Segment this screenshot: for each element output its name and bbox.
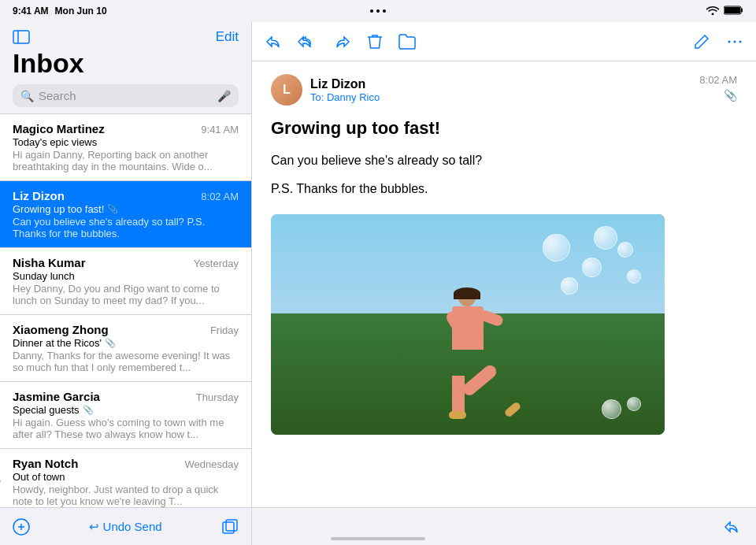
mail-item-1[interactable]: Magico Martinez 9:41 AM Today's epic vie… — [0, 113, 251, 181]
email-sender-info: L Liz Dizon To: Danny Rico — [271, 74, 380, 106]
mail-preview: Howdy, neighbor. Just wanted to drop a q… — [13, 484, 239, 507]
undo-send-label: ↩ Undo Send — [89, 520, 161, 534]
bubble-8 — [602, 399, 621, 419]
email-toolbar — [252, 22, 756, 61]
svg-rect-2 — [724, 7, 740, 13]
attachment-indicator: 📎 — [105, 338, 116, 348]
email-body: Can you believe she's already so tall? P… — [271, 151, 737, 198]
folder-button[interactable] — [398, 34, 416, 50]
thread-indicator: ↗ — [0, 476, 2, 488]
edit-button[interactable]: Edit — [216, 29, 239, 45]
mail-list-top-bar: Edit — [13, 28, 239, 46]
mail-item-5[interactable]: Jasmine Garcia Thursday Special guests📎 … — [0, 382, 251, 449]
mail-item-3[interactable]: Nisha Kumar Yesterday Sunday lunch Hey D… — [0, 248, 251, 315]
mail-subject: Growing up too fast!📎 — [13, 203, 239, 215]
svg-rect-1 — [741, 8, 743, 12]
status-dot-3 — [383, 9, 386, 13]
mail-preview: Hi again Danny, Reporting back on anothe… — [13, 149, 239, 172]
girl-figure — [436, 289, 499, 415]
toolbar-icons-left — [265, 33, 416, 50]
mail-time: Wednesday — [185, 458, 239, 470]
mail-subject: Out of town — [13, 471, 239, 483]
mail-preview: Danny, Thanks for the awesome evening! I… — [13, 350, 239, 373]
email-detail-toolbar-bottom — [252, 507, 756, 545]
mic-icon: 🎤 — [217, 90, 231, 102]
bubble-6 — [561, 277, 578, 295]
mail-time: 9:41 AM — [201, 124, 239, 135]
wifi-icon — [706, 6, 719, 17]
forward-button[interactable] — [334, 33, 351, 50]
search-placeholder: Search — [39, 89, 213, 102]
stack-button[interactable] — [221, 518, 239, 536]
mail-preview: Can you believe she's already so tall? P… — [13, 216, 239, 239]
mail-item-6[interactable]: ↗ Ryan Notch Wednesday Out of town Howdy… — [0, 449, 251, 507]
trash-button[interactable] — [367, 33, 383, 50]
email-subject: Growing up too fast! — [271, 118, 737, 139]
email-image — [271, 214, 665, 435]
email-to[interactable]: To: Danny Rico — [310, 91, 380, 103]
bubble-3 — [582, 258, 602, 277]
mail-sender: Ryan Notch — [13, 457, 78, 470]
mail-time: Yesterday — [194, 258, 239, 269]
search-bar[interactable]: 🔍 Search 🎤 — [13, 84, 239, 107]
mail-list-panel: Edit Inbox 🔍 Search 🎤 Magico Martinez 9:… — [0, 22, 252, 545]
mail-subject: Special guests📎 — [13, 404, 239, 416]
inbox-title: Inbox — [13, 49, 239, 78]
reply-bottom-button[interactable] — [723, 518, 740, 536]
email-detail-panel: L Liz Dizon To: Danny Rico 8:02 AM 📎 Gro… — [252, 22, 756, 545]
sidebar-toggle-button[interactable] — [13, 28, 35, 46]
attachment-icon: 📎 — [724, 89, 737, 102]
svg-point-12 — [739, 40, 742, 43]
mail-time: Thursday — [196, 391, 239, 403]
attachment-indicator: 📎 — [107, 204, 118, 214]
compose-button[interactable] — [693, 33, 710, 50]
bubble-4 — [627, 269, 641, 284]
sidebar-icon — [13, 30, 30, 44]
status-bar: 9:41 AM Mon Jun 10 — [0, 0, 756, 22]
mail-item-row1: Ryan Notch Wednesday — [13, 457, 239, 470]
toolbar-icons-right — [693, 33, 743, 50]
mail-item-row1: Xiaomeng Zhong Friday — [13, 323, 239, 336]
mail-item-row1: Nisha Kumar Yesterday — [13, 256, 239, 269]
email-from-name: Liz Dizon — [310, 77, 380, 91]
mail-item-4[interactable]: Xiaomeng Zhong Friday Dinner at the Rico… — [0, 315, 251, 382]
mail-preview: Hi again. Guess who's coming to town wit… — [13, 417, 239, 440]
email-time: 8:02 AM — [699, 74, 737, 86]
reply-button[interactable] — [265, 33, 282, 50]
email-meta-right: 8:02 AM 📎 — [699, 74, 737, 102]
status-date: Mon Jun 10 — [55, 6, 107, 17]
mail-sender: Nisha Kumar — [13, 256, 86, 269]
mail-subject: Sunday lunch — [13, 270, 239, 282]
email-content: L Liz Dizon To: Danny Rico 8:02 AM 📎 Gro… — [252, 61, 756, 507]
email-from-block: Liz Dizon To: Danny Rico — [310, 77, 380, 103]
app-container: Edit Inbox 🔍 Search 🎤 Magico Martinez 9:… — [0, 22, 756, 545]
email-header: L Liz Dizon To: Danny Rico 8:02 AM 📎 — [271, 74, 737, 106]
svg-point-10 — [728, 40, 731, 43]
status-time: 9:41 AM — [13, 6, 49, 17]
email-body-para-2: P.S. Thanks for the bubbles. — [271, 180, 737, 198]
mail-time: Friday — [210, 324, 239, 336]
svg-rect-8 — [223, 522, 234, 533]
mail-time: 8:02 AM — [201, 191, 239, 202]
mail-preview: Hey Danny, Do you and Rigo want to come … — [13, 283, 239, 306]
mail-sender: Magico Martinez — [13, 122, 105, 135]
attachment-indicator: 📎 — [83, 405, 94, 415]
mail-item-row1: Jasmine Garcia Thursday — [13, 390, 239, 403]
more-button[interactable] — [726, 33, 743, 50]
mail-list: Magico Martinez 9:41 AM Today's epic vie… — [0, 113, 251, 507]
svg-rect-3 — [13, 31, 29, 43]
bubble-7 — [627, 397, 641, 411]
email-body-para-1: Can you believe she's already so tall? — [271, 151, 737, 170]
mail-item-2[interactable]: Liz Dizon 8:02 AM Growing up too fast!📎 … — [0, 181, 251, 248]
bubble-2 — [617, 242, 633, 258]
reply-all-button[interactable] — [298, 33, 318, 50]
mail-sender: Liz Dizon — [13, 189, 65, 202]
status-dot-2 — [376, 9, 380, 13]
status-dot-1 — [370, 9, 373, 13]
avatar: L — [271, 74, 302, 106]
mail-list-header: Edit Inbox 🔍 Search 🎤 — [0, 22, 251, 113]
new-mail-button[interactable] — [13, 518, 30, 536]
mail-sender: Jasmine Garcia — [13, 390, 100, 403]
mail-list-toolbar: ↩ Undo Send — [0, 507, 251, 545]
undo-send-button[interactable]: ↩ Undo Send — [89, 520, 161, 534]
